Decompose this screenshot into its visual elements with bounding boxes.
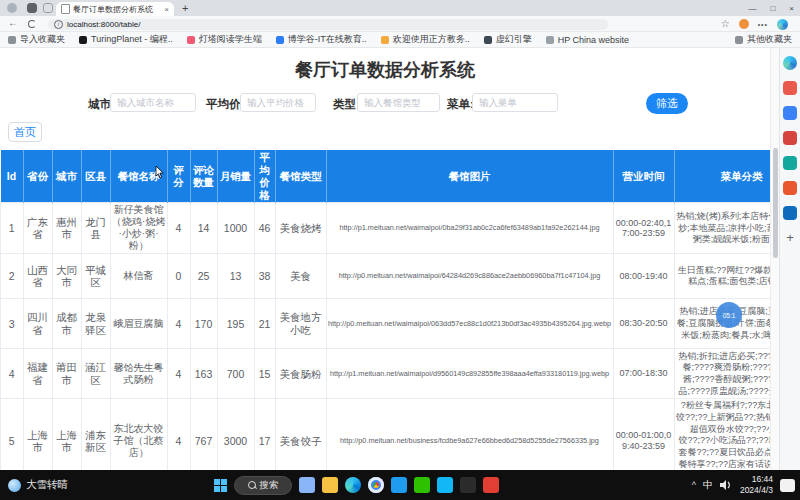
taskbar-search[interactable]: 搜索 [234, 476, 292, 495]
weather-icon [8, 479, 21, 492]
table-cell: 17 [254, 399, 275, 470]
edge-browser-icon[interactable] [345, 477, 361, 493]
bookmark-label: 灯塔阅读学生端 [199, 33, 262, 46]
table-cell: 莆田市 [52, 349, 81, 399]
table-cell: http://p0.meituan.net/business/fcdbe9a62… [326, 399, 613, 470]
add-sidebar-app-icon[interactable]: + [783, 231, 797, 245]
bookmark-item[interactable]: 其他收藏夹 [735, 33, 792, 46]
bookmark-item[interactable]: TuringPlanet - 编程.. [79, 33, 173, 46]
table-header-row: Id省份城市区县餐馆名称评分评论数量月销量平均价格餐馆类型餐馆图片营业时间菜单分… [1, 150, 771, 203]
table-cell: 38 [254, 254, 275, 299]
pycharm-icon[interactable] [460, 477, 476, 493]
page-scrollbar[interactable] [770, 48, 779, 470]
table-cell: 46 [254, 203, 275, 254]
bookmark-label: 其他收藏夹 [747, 33, 792, 46]
column-header-2[interactable]: 城市 [52, 150, 81, 203]
tray-overflow-icon[interactable]: ^ [692, 480, 696, 490]
start-button-icon[interactable] [214, 479, 227, 492]
table-cell: 美食烧烤 [275, 203, 326, 254]
zhengfang-icon [381, 36, 389, 44]
favorites-star-icon[interactable]: ☆ [721, 19, 730, 29]
browser-tab[interactable]: 餐厅订单数据分析系统 × [56, 2, 174, 16]
notifications-icon[interactable] [780, 479, 795, 492]
column-header-3[interactable]: 区县 [81, 150, 110, 203]
column-header-8[interactable]: 平均价格 [254, 150, 275, 203]
table-cell: 上海市 [52, 399, 81, 470]
new-tab-button[interactable]: + [182, 2, 188, 14]
bookmark-item[interactable]: 虚幻引擎 [484, 33, 532, 46]
table-cell: 美食 [275, 254, 326, 299]
window-maximize-button[interactable]: □ [770, 4, 775, 13]
window-minimize-button[interactable]: — [748, 4, 756, 13]
type-filter-input[interactable] [357, 93, 440, 112]
column-header-7[interactable]: 月销量 [217, 150, 254, 203]
chrome-browser-icon[interactable] [368, 477, 384, 493]
sidebar-app-blue-icon[interactable] [783, 106, 797, 120]
ime-indicator[interactable]: 中 [703, 478, 713, 492]
bookmark-item[interactable]: 欢迎使用正方教务.. [381, 33, 470, 46]
tab-close-icon[interactable]: × [164, 5, 169, 14]
vscode-icon[interactable] [391, 477, 407, 493]
table-row: 3四川省成都市龙泉驿区峨眉豆腐脑417019521美食地方小吃http://p0… [1, 299, 771, 349]
weather-label: 大雪转晴 [26, 478, 68, 492]
scrollbar-thumb[interactable] [773, 148, 778, 258]
profile-avatar[interactable] [739, 19, 749, 29]
home-button[interactable]: 首页 [8, 122, 42, 142]
workspaces-icon[interactable] [27, 3, 37, 13]
reload-button-icon[interactable] [28, 20, 36, 28]
table-cell: 2 [1, 254, 24, 299]
column-header-9[interactable]: 餐馆类型 [275, 150, 326, 203]
avg-price-filter-input[interactable] [240, 93, 316, 112]
filter-button[interactable]: 筛选 [646, 93, 688, 114]
table-row: 2山西省大同市平城区林信斋0251338美食http://p0.meituan.… [1, 254, 771, 299]
address-bar[interactable]: i localhost:8000/table/ [48, 19, 608, 30]
m365-icon[interactable] [783, 181, 797, 195]
column-header-11[interactable]: 营业时间 [613, 150, 674, 203]
wechat-icon[interactable] [414, 477, 430, 493]
bookmark-item[interactable]: HP China website [546, 35, 629, 45]
table-cell: http://p1.meituan.net/waimaipoi/0ba29f31… [326, 203, 613, 254]
table-cell: ?粉丝专属福利?;??东北大馅水饺??;??上新粥品??;热销;折扣;??超值双… [674, 399, 770, 470]
weather-widget[interactable]: 大雪转晴 [8, 478, 68, 492]
tab-profile-icon[interactable] [7, 3, 17, 13]
window-close-button[interactable]: × [789, 4, 794, 13]
wps-icon[interactable] [483, 477, 499, 493]
column-header-1[interactable]: 省份 [23, 150, 52, 203]
copilot-icon[interactable] [783, 56, 797, 70]
table-cell: 东北农大饺子馆（北蔡店） [110, 399, 167, 470]
table-cell: 4 [167, 349, 190, 399]
bookmark-item[interactable]: 博学谷-IT在线教育.. [276, 33, 367, 46]
volume-icon[interactable] [720, 480, 733, 490]
restaurant-table: Id省份城市区县餐馆名称评分评论数量月销量平均价格餐馆类型餐馆图片营业时间菜单分… [0, 150, 770, 470]
menu-filter-input[interactable] [472, 93, 558, 112]
site-info-icon[interactable]: i [54, 20, 63, 29]
column-header-5[interactable]: 评分 [167, 150, 190, 203]
table-cell: 15 [254, 349, 275, 399]
browser-menu-icon[interactable]: ••• [758, 21, 768, 28]
table-cell: 浦东新区 [81, 399, 110, 470]
column-header-0[interactable]: Id [1, 150, 24, 203]
tray-clock[interactable]: 16:44 2024/4/3 [740, 474, 773, 496]
city-filter-input[interactable] [110, 93, 196, 112]
copilot-toolbar-icon[interactable] [777, 19, 788, 30]
sidebar-app-red-icon[interactable] [783, 81, 797, 95]
column-header-10[interactable]: 餐馆图片 [326, 150, 613, 203]
qq-icon[interactable] [437, 477, 453, 493]
bookmark-label: 导入收藏夹 [20, 33, 65, 46]
table-cell: 生日蛋糕;??网红??爆款??;热销;糕点;蛋糕;面包类;店铺推荐 [674, 254, 770, 299]
table-cell: 4 [1, 349, 24, 399]
file-explorer-icon[interactable] [322, 477, 338, 493]
bookmark-item[interactable]: 灯塔阅读学生端 [187, 33, 262, 46]
unreal-engine-icon [484, 36, 492, 44]
table-cell: 广东省 [23, 203, 52, 254]
outlook-icon[interactable] [783, 206, 797, 220]
vertical-tabs-icon[interactable] [43, 3, 53, 13]
task-view-icon[interactable] [299, 477, 315, 493]
column-header-12[interactable]: 菜单分类 [674, 150, 770, 203]
column-header-6[interactable]: 评论数量 [190, 150, 217, 203]
boxuegu-icon [276, 36, 284, 44]
back-button-icon[interactable]: ← [8, 17, 18, 28]
sidebar-app-crimson-icon[interactable] [783, 131, 797, 145]
bookmark-item[interactable]: 导入收藏夹 [8, 33, 65, 46]
sidebar-app-teal-icon[interactable] [783, 156, 797, 170]
